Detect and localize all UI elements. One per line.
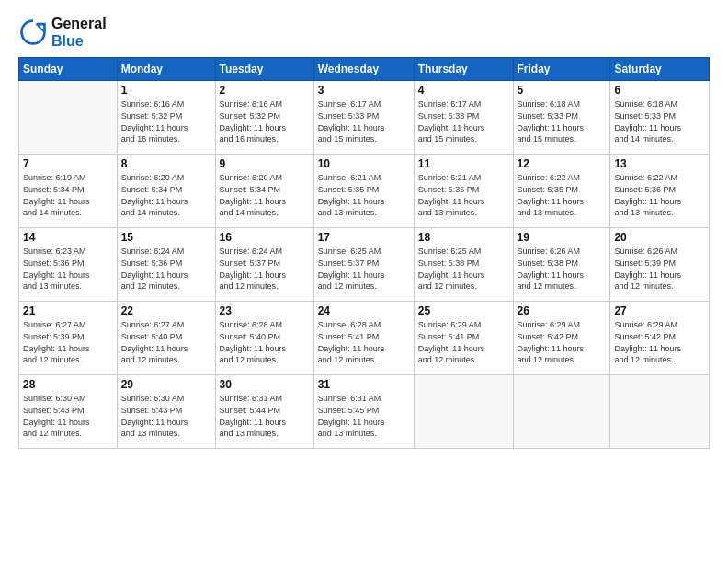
day-info: Sunrise: 6:26 AM Sunset: 5:38 PM Dayligh… — [518, 246, 607, 292]
day-number: 15 — [121, 231, 211, 244]
day-info: Sunrise: 6:20 AM Sunset: 5:34 PM Dayligh… — [121, 172, 211, 218]
calendar-cell: 24Sunrise: 6:28 AM Sunset: 5:41 PM Dayli… — [313, 302, 414, 375]
calendar-cell: 6Sunrise: 6:18 AM Sunset: 5:33 PM Daylig… — [610, 81, 710, 155]
calendar-cell: 22Sunrise: 6:27 AM Sunset: 5:40 PM Dayli… — [117, 302, 215, 375]
day-info: Sunrise: 6:28 AM Sunset: 5:40 PM Dayligh… — [220, 319, 310, 365]
weekday-header: Friday — [513, 58, 610, 81]
weekday-header: Monday — [117, 58, 215, 81]
calendar-cell: 2Sunrise: 6:16 AM Sunset: 5:32 PM Daylig… — [215, 81, 313, 155]
day-number: 29 — [121, 378, 211, 391]
calendar-cell — [610, 375, 710, 449]
day-number: 17 — [318, 231, 410, 244]
day-info: Sunrise: 6:25 AM Sunset: 5:38 PM Dayligh… — [418, 246, 509, 292]
calendar-cell: 29Sunrise: 6:30 AM Sunset: 5:43 PM Dayli… — [117, 375, 215, 449]
calendar-cell: 7Sunrise: 6:19 AM Sunset: 5:34 PM Daylig… — [19, 155, 118, 228]
day-info: Sunrise: 6:30 AM Sunset: 5:43 PM Dayligh… — [121, 393, 211, 439]
calendar-cell: 10Sunrise: 6:21 AM Sunset: 5:35 PM Dayli… — [313, 155, 414, 228]
day-number: 13 — [614, 157, 705, 170]
day-info: Sunrise: 6:31 AM Sunset: 5:44 PM Dayligh… — [220, 393, 310, 439]
day-number: 31 — [318, 378, 410, 391]
day-number: 24 — [318, 304, 410, 317]
day-number: 22 — [121, 304, 211, 317]
day-number: 25 — [418, 304, 509, 317]
day-number: 30 — [220, 378, 310, 391]
calendar-cell: 27Sunrise: 6:29 AM Sunset: 5:42 PM Dayli… — [610, 302, 710, 375]
day-number: 28 — [23, 378, 113, 391]
calendar-cell: 5Sunrise: 6:18 AM Sunset: 5:33 PM Daylig… — [513, 81, 610, 155]
day-info: Sunrise: 6:26 AM Sunset: 5:39 PM Dayligh… — [614, 246, 705, 292]
weekday-header: Tuesday — [215, 58, 313, 81]
day-info: Sunrise: 6:21 AM Sunset: 5:35 PM Dayligh… — [318, 172, 410, 218]
weekday-header: Saturday — [610, 58, 710, 81]
day-number: 10 — [318, 157, 410, 170]
day-number: 7 — [23, 157, 113, 170]
calendar-cell: 14Sunrise: 6:23 AM Sunset: 5:36 PM Dayli… — [19, 228, 118, 302]
day-info: Sunrise: 6:24 AM Sunset: 5:36 PM Dayligh… — [121, 246, 211, 292]
calendar-cell: 19Sunrise: 6:26 AM Sunset: 5:38 PM Dayli… — [513, 228, 610, 302]
day-info: Sunrise: 6:16 AM Sunset: 5:32 PM Dayligh… — [121, 98, 211, 144]
calendar-cell: 9Sunrise: 6:20 AM Sunset: 5:34 PM Daylig… — [215, 155, 313, 228]
day-info: Sunrise: 6:22 AM Sunset: 5:35 PM Dayligh… — [518, 172, 607, 218]
weekday-header: Wednesday — [313, 58, 414, 81]
calendar-cell: 17Sunrise: 6:25 AM Sunset: 5:37 PM Dayli… — [313, 228, 414, 302]
day-number: 11 — [418, 157, 509, 170]
day-info: Sunrise: 6:27 AM Sunset: 5:39 PM Dayligh… — [23, 319, 113, 365]
calendar-cell: 30Sunrise: 6:31 AM Sunset: 5:44 PM Dayli… — [215, 375, 313, 449]
day-info: Sunrise: 6:29 AM Sunset: 5:41 PM Dayligh… — [418, 319, 509, 365]
weekday-header: Sunday — [19, 58, 118, 81]
day-number: 5 — [518, 84, 607, 97]
day-number: 1 — [121, 84, 211, 97]
calendar-cell: 28Sunrise: 6:30 AM Sunset: 5:43 PM Dayli… — [19, 375, 118, 449]
day-info: Sunrise: 6:22 AM Sunset: 5:36 PM Dayligh… — [614, 172, 705, 218]
calendar-cell: 3Sunrise: 6:17 AM Sunset: 5:33 PM Daylig… — [313, 81, 414, 155]
day-number: 4 — [418, 84, 509, 97]
day-info: Sunrise: 6:21 AM Sunset: 5:35 PM Dayligh… — [418, 172, 509, 218]
day-info: Sunrise: 6:23 AM Sunset: 5:36 PM Dayligh… — [23, 246, 113, 292]
calendar-cell: 11Sunrise: 6:21 AM Sunset: 5:35 PM Dayli… — [414, 155, 513, 228]
calendar-cell: 21Sunrise: 6:27 AM Sunset: 5:39 PM Dayli… — [19, 302, 118, 375]
day-number: 23 — [220, 304, 310, 317]
calendar-cell: 18Sunrise: 6:25 AM Sunset: 5:38 PM Dayli… — [414, 228, 513, 302]
calendar-cell: 20Sunrise: 6:26 AM Sunset: 5:39 PM Dayli… — [610, 228, 710, 302]
logo-text: General Blue — [51, 15, 107, 50]
day-info: Sunrise: 6:16 AM Sunset: 5:32 PM Dayligh… — [220, 98, 310, 144]
calendar-cell: 4Sunrise: 6:17 AM Sunset: 5:33 PM Daylig… — [414, 81, 513, 155]
day-info: Sunrise: 6:24 AM Sunset: 5:37 PM Dayligh… — [220, 246, 310, 292]
calendar-cell: 13Sunrise: 6:22 AM Sunset: 5:36 PM Dayli… — [610, 155, 710, 228]
day-number: 20 — [614, 231, 705, 244]
calendar-cell: 25Sunrise: 6:29 AM Sunset: 5:41 PM Dayli… — [414, 302, 513, 375]
logo-icon — [18, 17, 48, 47]
day-number: 21 — [23, 304, 113, 317]
day-info: Sunrise: 6:19 AM Sunset: 5:34 PM Dayligh… — [23, 172, 113, 218]
weekday-header: Thursday — [414, 58, 513, 81]
day-number: 9 — [220, 157, 310, 170]
day-info: Sunrise: 6:28 AM Sunset: 5:41 PM Dayligh… — [318, 319, 410, 365]
day-number: 18 — [418, 231, 509, 244]
day-info: Sunrise: 6:17 AM Sunset: 5:33 PM Dayligh… — [318, 98, 410, 144]
day-number: 8 — [121, 157, 211, 170]
calendar-cell: 12Sunrise: 6:22 AM Sunset: 5:35 PM Dayli… — [513, 155, 610, 228]
day-info: Sunrise: 6:18 AM Sunset: 5:33 PM Dayligh… — [614, 98, 705, 144]
calendar-cell — [414, 375, 513, 449]
day-number: 16 — [220, 231, 310, 244]
day-number: 14 — [23, 231, 113, 244]
day-number: 6 — [614, 84, 705, 97]
calendar-cell: 26Sunrise: 6:29 AM Sunset: 5:42 PM Dayli… — [513, 302, 610, 375]
day-info: Sunrise: 6:29 AM Sunset: 5:42 PM Dayligh… — [614, 319, 705, 365]
day-info: Sunrise: 6:31 AM Sunset: 5:45 PM Dayligh… — [318, 393, 410, 439]
calendar-page: General Blue SundayMondayTuesdayWednesda… — [0, 0, 728, 563]
day-info: Sunrise: 6:18 AM Sunset: 5:33 PM Dayligh… — [518, 98, 607, 144]
calendar-cell: 15Sunrise: 6:24 AM Sunset: 5:36 PM Dayli… — [117, 228, 215, 302]
calendar-table: SundayMondayTuesdayWednesdayThursdayFrid… — [18, 57, 710, 449]
calendar-cell — [19, 81, 118, 155]
logo: General Blue — [18, 15, 107, 50]
day-number: 2 — [220, 84, 310, 97]
calendar-cell: 23Sunrise: 6:28 AM Sunset: 5:40 PM Dayli… — [215, 302, 313, 375]
day-number: 19 — [518, 231, 607, 244]
calendar-cell: 1Sunrise: 6:16 AM Sunset: 5:32 PM Daylig… — [117, 81, 215, 155]
day-number: 26 — [518, 304, 607, 317]
calendar-cell: 16Sunrise: 6:24 AM Sunset: 5:37 PM Dayli… — [215, 228, 313, 302]
day-info: Sunrise: 6:20 AM Sunset: 5:34 PM Dayligh… — [220, 172, 310, 218]
day-info: Sunrise: 6:27 AM Sunset: 5:40 PM Dayligh… — [121, 319, 211, 365]
day-info: Sunrise: 6:17 AM Sunset: 5:33 PM Dayligh… — [418, 98, 509, 144]
